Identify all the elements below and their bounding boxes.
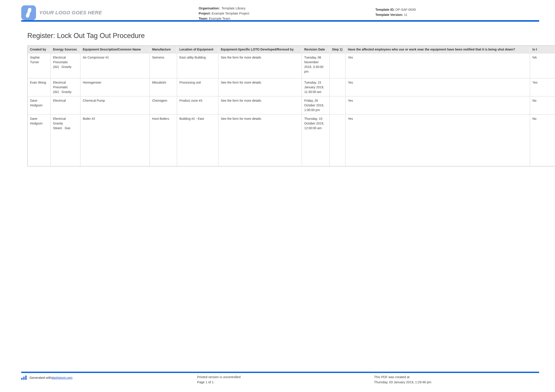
- cell-location: Processing unit: [177, 78, 219, 97]
- pdf-created-timestamp: Thursday, 03 January 2019, 1:29:46 pm: [374, 380, 431, 385]
- cell-created-by: Dave Hodgson: [28, 97, 51, 115]
- cell-manufacture: Mitsubishi: [150, 78, 177, 97]
- column-header-step-1: Step 1): [330, 46, 346, 53]
- table-row: Dave Hodgson Electrical Chemical Pump Ch…: [28, 97, 555, 115]
- cell-equipment-description: Chemical Pump: [80, 97, 150, 115]
- cell-clipped: NA: [530, 53, 555, 78]
- column-header-employees-notified: Have the affected employees who use or w…: [346, 46, 530, 53]
- column-header-loto-developed-by: Equipment-Specific LOTO Developed/Revise…: [219, 46, 302, 53]
- cell-energy-sources: Electrical: [51, 97, 80, 115]
- cell-step-1: [330, 53, 346, 78]
- template-id-value: DP-SAF-0039: [395, 8, 416, 11]
- generated-with-text: Generated with: [29, 376, 51, 379]
- team-label: Team:: [199, 17, 208, 20]
- table-row: Evan Wong Electrical Pneumatic (Air) Gra…: [28, 78, 555, 97]
- cell-loto-developed-by: See the form for more details: [219, 78, 302, 97]
- cell-created-by: Sophie Turner: [28, 53, 51, 78]
- cell-created-by: Evan Wong: [28, 78, 51, 97]
- document-meta-right: Template ID: DP-SAF-0039 Template Versio…: [375, 7, 416, 17]
- cell-equipment-description: Air Compressor #1: [80, 53, 150, 78]
- page-number: Page 1 of 1: [197, 380, 241, 385]
- cell-energy-sources: Electrical Pneumatic (Air) Gravity: [51, 53, 80, 78]
- page-title: Register: Lock Out Tag Out Procedure: [27, 32, 145, 40]
- cell-manufacture: Hunt Boilers: [150, 115, 177, 166]
- template-version-line: Template Version: 11: [375, 12, 416, 17]
- table-row: Dave Hodgson Electrical Gravity Steam Ga…: [28, 115, 555, 166]
- cell-equipment-description: Homogeniser: [80, 78, 150, 97]
- footer-divider: [21, 372, 539, 373]
- table-row: Sophie Turner Electrical Pneumatic (Air)…: [28, 53, 555, 78]
- cell-energy-sources: Electrical Gravity Steam Gas: [51, 115, 80, 166]
- header-divider: [21, 20, 539, 22]
- cell-revision-date: Friday, 26 October 2018, 1:00:00 pm: [302, 97, 330, 115]
- organisation-line: Organisation: Template Library: [199, 6, 249, 11]
- cell-loto-developed-by: See the form for more details: [219, 115, 302, 166]
- cell-clipped: No: [530, 115, 555, 166]
- cell-step-1: [330, 115, 346, 166]
- cell-employees-notified: Yes: [346, 78, 530, 97]
- project-line: Project: Example Template Project: [199, 11, 249, 16]
- logo: YOUR LOGO GOES HERE: [21, 5, 102, 20]
- register-table-container: Created by Energy Sources Equipment Desc…: [27, 45, 555, 166]
- logo-icon: [21, 5, 36, 20]
- cell-energy-sources: Electrical Pneumatic (Air) Gravity: [51, 78, 80, 97]
- organisation-value: Template Library: [221, 7, 245, 10]
- column-header-energy-sources: Energy Sources: [51, 46, 80, 53]
- printed-version-text: Printed version is uncontrolled: [197, 375, 241, 380]
- cell-revision-date: Tuesday, 06 November 2018, 3:30:00 pm: [302, 53, 330, 78]
- cell-employees-notified: Yes: [346, 53, 530, 78]
- template-version-value: 11: [404, 13, 407, 16]
- column-header-location: Location of Equipment: [177, 46, 219, 53]
- cell-location: East utility Building: [177, 53, 219, 78]
- cell-step-1: [330, 97, 346, 115]
- footer-generated: Generated with dashpivot.com: [21, 376, 73, 380]
- template-id-label: Template ID:: [375, 8, 394, 11]
- team-value: Example Team: [209, 17, 230, 20]
- cell-step-1: [330, 78, 346, 97]
- column-header-clipped: Is t: [530, 46, 555, 53]
- table-header-row: Created by Energy Sources Equipment Desc…: [28, 46, 555, 53]
- column-header-revision-date: Revision Date: [302, 46, 330, 53]
- cell-manufacture: Chemigem: [150, 97, 177, 115]
- cell-loto-developed-by: See the form for more details: [219, 97, 302, 115]
- column-header-created-by: Created by: [28, 46, 51, 53]
- footer-printed: Printed version is uncontrolled Page 1 o…: [197, 375, 241, 385]
- dashpivot-link[interactable]: dashpivot.com: [51, 376, 73, 379]
- template-version-label: Template Version:: [375, 13, 403, 16]
- project-value: Example Template Project: [212, 12, 249, 15]
- organisation-label: Organisation:: [199, 7, 220, 10]
- footer-created: This PDF was created at Thursday, 03 Jan…: [374, 375, 431, 385]
- cell-revision-date: Thursday, 10 October 2019, 12:00:00 am: [302, 115, 330, 166]
- cell-manufacture: Seimens: [150, 53, 177, 78]
- cell-clipped: Yes: [530, 78, 555, 97]
- template-id-line: Template ID: DP-SAF-0039: [375, 7, 416, 12]
- cell-equipment-description: Boiler #2: [80, 115, 150, 166]
- cell-clipped: No: [530, 97, 555, 115]
- cell-location: Building #2 - East: [177, 115, 219, 166]
- cell-employees-notified: Yes: [346, 115, 530, 166]
- column-header-manufacture: Manufacture: [150, 46, 177, 53]
- cell-revision-date: Tuesday, 15 January 2019, 11:30:00 am: [302, 78, 330, 97]
- logo-placeholder-text: YOUR LOGO GOES HERE: [39, 10, 102, 16]
- cell-loto-developed-by: See the form for more details: [219, 53, 302, 78]
- s-mark-icon: [24, 7, 34, 18]
- pdf-created-label: This PDF was created at: [374, 375, 431, 380]
- document-meta-left: Organisation: Template Library Project: …: [199, 6, 249, 21]
- cell-created-by: Dave Hodgson: [28, 115, 51, 166]
- cell-employees-notified: Yes: [346, 97, 530, 115]
- cell-location: Product zone #3: [177, 97, 219, 115]
- project-label: Project:: [199, 12, 211, 15]
- bar-chart-icon: [21, 376, 27, 380]
- register-table: Created by Energy Sources Equipment Desc…: [27, 45, 555, 166]
- column-header-equipment-description: Equipment Description/Common Name: [80, 46, 150, 53]
